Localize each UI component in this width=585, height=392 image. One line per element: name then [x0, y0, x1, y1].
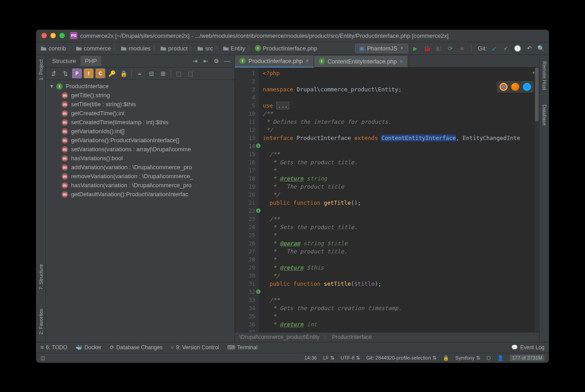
close-tab-icon[interactable]: ×: [306, 58, 309, 64]
framework-label[interactable]: Symfony ⇅: [455, 355, 480, 361]
method-icon: m: [62, 155, 68, 162]
chevron-right-icon: 〉: [246, 44, 254, 52]
hide-panel-icon[interactable]: —: [223, 56, 232, 65]
git-update-button[interactable]: ↙: [490, 44, 499, 53]
scrollbar-thumb[interactable]: [535, 68, 539, 122]
structure-tree[interactable]: ▼ I ProductInterface mgetTitle():string …: [46, 80, 234, 342]
db-changes-button[interactable]: ⟳Database Changes: [110, 344, 163, 351]
event-log-button[interactable]: 💬Event Log: [511, 344, 544, 351]
crumb-src[interactable]: src: [196, 45, 214, 52]
autoscroll-from-icon[interactable]: ⬚: [185, 68, 195, 78]
history-button[interactable]: 🕓: [513, 44, 522, 53]
show-inherited-icon[interactable]: 🔑: [107, 68, 117, 78]
sort-visibility-icon[interactable]: ⇅: [60, 68, 70, 78]
tree-method[interactable]: mgetDefaultVariation():ProductVariationI…: [46, 190, 234, 199]
crumb-file[interactable]: IProductInterface.php: [254, 45, 318, 52]
editor-body[interactable]: 1234 5101112 131415 16171819 202122 2324…: [235, 68, 539, 332]
method-icon: m: [62, 164, 68, 171]
git-commit-button[interactable]: ✔: [501, 44, 510, 53]
crumb-modules[interactable]: modules: [120, 45, 152, 52]
override-marker-icon[interactable]: [256, 208, 261, 213]
project-tool-button[interactable]: 1: Project: [38, 57, 44, 83]
crumb-entity[interactable]: Entity: [222, 45, 247, 52]
todo-tool-button[interactable]: ≡6: TODO: [40, 344, 68, 351]
lock-icon[interactable]: 🔒: [443, 355, 449, 361]
terminal-button[interactable]: ⌨Terminal: [227, 344, 257, 351]
line-ending[interactable]: LF ⇅: [323, 355, 334, 361]
safari-icon[interactable]: [523, 83, 531, 91]
collapse-all-icon[interactable]: ⊞: [158, 68, 168, 78]
structure-tool-button[interactable]: 7: Structure: [38, 261, 44, 293]
tab-php[interactable]: PHP: [81, 56, 102, 66]
autoscroll-to-icon[interactable]: ⬚: [174, 68, 184, 78]
database-button[interactable]: Database: [542, 102, 547, 128]
coverage-button[interactable]: ◧: [434, 44, 443, 53]
show-properties-icon[interactable]: P: [72, 68, 82, 78]
tree-method[interactable]: msetVariations(variations : array|\Drupa…: [46, 145, 234, 154]
tree-root[interactable]: ▼ I ProductInterface: [46, 82, 234, 91]
editor-tab-bar: I ProductInterface.php × I ContentEntity…: [235, 55, 539, 68]
expand-all-icon[interactable]: ⊟: [146, 68, 156, 78]
stop-button[interactable]: ■: [458, 44, 467, 53]
method-icon: m: [62, 119, 68, 126]
tab-structure[interactable]: Structure: [48, 56, 81, 66]
tree-method[interactable]: mgetVariations():ProductVariationInterfa…: [46, 136, 234, 145]
tree-root-label: ProductInterface: [66, 83, 108, 90]
version-control-button[interactable]: ⑂9: Version Control: [171, 344, 219, 351]
inspector-icon[interactable]: 👤: [497, 355, 504, 361]
run-config-selector[interactable]: ▣ PhantomJS ▼: [355, 44, 408, 53]
show-constants-icon[interactable]: C: [95, 68, 105, 78]
chevron-right-icon: 〉: [323, 333, 328, 341]
tree-method[interactable]: mgetTitle():string: [46, 91, 234, 100]
tree-method[interactable]: maddVariation(variation : \Drupal\commer…: [46, 163, 234, 172]
tree-method[interactable]: mhasVariations():bool: [46, 154, 234, 163]
favorites-tool-button[interactable]: 2: Favorites: [38, 306, 44, 337]
toolwindows-toggle-icon[interactable]: ◫: [40, 355, 45, 361]
gutter[interactable]: 1234 5101112 131415 16171819 202122 2324…: [235, 68, 259, 332]
tree-method[interactable]: msetCreatedTime(timestamp : int):$this: [46, 118, 234, 127]
tree-method[interactable]: mgetVariationIds():int[]: [46, 127, 234, 136]
breadcrumb-namespace[interactable]: \Drupal\commerce_product\Entity: [239, 334, 320, 340]
code-content[interactable]: <?php namespace Drupal\commerce_product\…: [259, 68, 539, 332]
close-tab-icon[interactable]: ×: [400, 58, 403, 64]
crumb-contrib[interactable]: contrib: [40, 45, 67, 52]
restart-button[interactable]: ⟳: [446, 44, 455, 53]
encoding[interactable]: UTF-8 ⇅: [341, 355, 360, 361]
collapse-icon[interactable]: ⇥: [190, 56, 199, 65]
debug-button[interactable]: 🐞: [423, 44, 432, 53]
collapse-arrow-icon[interactable]: ▼: [50, 84, 56, 89]
maximize-window-button[interactable]: [59, 33, 65, 38]
group-icon[interactable]: ⫨: [135, 68, 144, 78]
crumb-product[interactable]: product: [159, 45, 189, 52]
method-icon: m: [62, 137, 68, 144]
editor-tab[interactable]: I ProductInterface.php ×: [235, 55, 314, 68]
minimize-window-button[interactable]: [50, 33, 56, 38]
tree-method[interactable]: msetTitle(title : string):$this: [46, 100, 234, 109]
settings-icon[interactable]: ⚙: [212, 56, 221, 65]
tree-method[interactable]: mremoveVariation(variation : \Drupal\com…: [46, 172, 234, 181]
editor-scrollbar[interactable]: [535, 68, 539, 332]
tree-method[interactable]: mgetCreatedTime():int: [46, 109, 234, 118]
cursor-position[interactable]: 14:36: [304, 355, 317, 360]
expand-icon[interactable]: ⇤: [201, 56, 210, 65]
docker-tool-button[interactable]: 🐳Docker: [76, 344, 102, 351]
override-marker-icon[interactable]: [256, 289, 261, 294]
deployments-icon[interactable]: ⬡: [486, 355, 491, 361]
remote-host-button[interactable]: Remote Host: [542, 59, 547, 93]
show-fields-icon[interactable]: f: [84, 68, 94, 78]
show-lambda-icon[interactable]: 🔒: [119, 68, 129, 78]
firefox-icon[interactable]: [511, 83, 519, 91]
git-branch[interactable]: Git: 2844920-profile-selection ⇅: [366, 355, 436, 361]
crumb-commerce[interactable]: commerce: [75, 45, 112, 52]
editor-tab[interactable]: I ContentEntityInterface.php ×: [314, 56, 408, 67]
sort-alpha-icon[interactable]: ⇵: [49, 68, 58, 78]
close-window-button[interactable]: [41, 33, 47, 38]
override-marker-icon[interactable]: [256, 144, 261, 148]
tree-method[interactable]: mhasVariation(variation : \Drupal\commer…: [46, 181, 234, 190]
run-button[interactable]: ▶: [411, 44, 420, 53]
search-button[interactable]: 🔍: [536, 44, 545, 53]
memory-indicator[interactable]: 177 of 2731M: [510, 355, 544, 361]
breadcrumb-class[interactable]: ProductInterface: [332, 334, 372, 340]
revert-button[interactable]: ↶: [525, 44, 534, 53]
chrome-icon[interactable]: [500, 83, 508, 91]
